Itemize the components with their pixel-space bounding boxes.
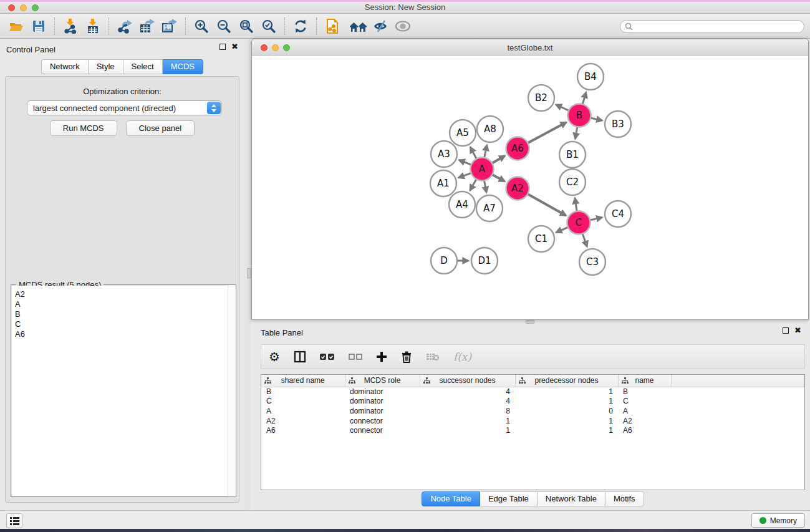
graph-node-A6[interactable]: A6	[506, 137, 529, 160]
table-cell[interactable]: 1	[515, 387, 618, 397]
network-canvas[interactable]: B4B2BB3A8A5A6A3B1AC2A1A2A4A7C4CC1C3DD1	[252, 56, 808, 319]
result-list-item[interactable]: A2	[15, 289, 235, 299]
table-cell[interactable]: A	[261, 406, 345, 416]
refresh-button[interactable]	[289, 16, 312, 37]
table-cell[interactable]: connector	[345, 416, 420, 426]
export-table-button[interactable]	[136, 16, 158, 37]
table-cell[interactable]: A2	[618, 416, 671, 426]
table-cell[interactable]: 1	[515, 397, 618, 407]
graph-node-A7[interactable]: A7	[476, 195, 503, 221]
table-row[interactable]: A2connector11A2	[261, 416, 804, 426]
delete-table-button[interactable]	[426, 348, 440, 365]
graphics-details-button[interactable]	[370, 16, 392, 37]
table-cell[interactable]: C	[261, 397, 345, 407]
float-panel-icon[interactable]	[783, 327, 789, 334]
graph-node-C1[interactable]: C1	[528, 226, 554, 252]
tab-motifs[interactable]: Motifs	[605, 491, 644, 506]
result-list-item[interactable]: C	[15, 319, 235, 329]
close-panel-button[interactable]: Close panel	[126, 120, 195, 136]
graph-node-B3[interactable]: B3	[605, 111, 631, 137]
graph-node-C[interactable]: C	[567, 211, 591, 235]
divider-grip[interactable]	[247, 268, 251, 278]
tab-style[interactable]: Style	[89, 59, 123, 74]
graph-node-C4[interactable]: C4	[605, 201, 631, 227]
criterion-dropdown[interactable]: largest connected component (directed)	[27, 100, 222, 115]
delete-column-button[interactable]	[401, 348, 412, 365]
table-options-button[interactable]: ⚙	[269, 348, 280, 365]
column-header-predecessor-nodes[interactable]: predecessor nodes	[515, 375, 618, 387]
import-table-button[interactable]	[82, 16, 104, 37]
table-cell[interactable]: 1	[420, 416, 515, 426]
network-window-titlebar[interactable]: testGlobe.txt	[252, 39, 808, 56]
table-row[interactable]: Bdominator41B	[261, 387, 804, 397]
table-cell[interactable]: B	[261, 387, 345, 397]
network-graph[interactable]: B4B2BB3A8A5A6A3B1AC2A1A2A4A7C4CC1C3DD1	[252, 56, 808, 320]
table-cell[interactable]: C	[618, 397, 671, 407]
table-cell[interactable]: 0	[515, 406, 618, 416]
show-columns-button[interactable]	[294, 348, 306, 365]
table-cell[interactable]: dominator	[345, 387, 420, 397]
graph-node-C2[interactable]: C2	[559, 169, 586, 195]
import-network-button[interactable]	[59, 16, 82, 37]
open-file-button[interactable]	[5, 16, 27, 37]
graph-node-A2[interactable]: A2	[506, 177, 529, 200]
table-cell[interactable]: A6	[261, 425, 345, 435]
show-hide-panels-button[interactable]	[347, 16, 370, 37]
result-list-item[interactable]: A	[15, 299, 235, 309]
tab-network-table[interactable]: Network Table	[538, 491, 605, 506]
table-cell[interactable]: 1	[515, 416, 618, 426]
export-image-button[interactable]	[158, 16, 181, 37]
zoom-out-button[interactable]	[213, 16, 235, 37]
table-cell[interactable]: A6	[618, 425, 671, 435]
table-cell[interactable]: A	[618, 406, 671, 416]
graph-node-A1[interactable]: A1	[430, 170, 456, 196]
tab-mcds[interactable]: MCDS	[163, 59, 203, 74]
graph-node-B1[interactable]: B1	[559, 142, 586, 168]
graph-node-B2[interactable]: B2	[528, 85, 554, 111]
graph-node-A3[interactable]: A3	[431, 141, 457, 167]
graph-node-A[interactable]: A	[471, 158, 494, 181]
column-header-name[interactable]: name	[618, 375, 671, 387]
show-task-history-button[interactable]	[6, 513, 22, 528]
float-panel-icon[interactable]	[219, 44, 226, 50]
mcds-result-list[interactable]: A2ABCA6	[12, 286, 235, 496]
table-cell[interactable]: B	[618, 387, 671, 397]
result-list-item[interactable]: A6	[15, 329, 235, 339]
table-cell[interactable]: 1	[515, 425, 618, 435]
run-mcds-button[interactable]: Run MCDS	[50, 120, 117, 136]
new-network-from-selection-button[interactable]	[321, 16, 344, 37]
column-header-MCDS-role[interactable]: MCDS role	[345, 375, 420, 387]
tab-node-table[interactable]: Node Table	[422, 491, 480, 506]
table-cell[interactable]: A2	[261, 416, 345, 426]
result-scrollbar[interactable]	[228, 285, 236, 496]
graph-node-A8[interactable]: A8	[477, 116, 503, 142]
tab-select[interactable]: Select	[123, 59, 163, 74]
column-header-shared-name[interactable]: shared name	[261, 375, 345, 387]
result-list-item[interactable]: B	[15, 309, 235, 319]
graph-node-D1[interactable]: D1	[471, 248, 498, 274]
select-all-checks-button[interactable]	[320, 348, 335, 365]
column-header-successor-nodes[interactable]: successor nodes	[420, 375, 515, 387]
add-column-button[interactable]	[376, 348, 387, 365]
save-session-button[interactable]	[27, 16, 50, 37]
graph-node-D[interactable]: D	[431, 248, 457, 274]
graph-node-B4[interactable]: B4	[577, 64, 604, 90]
graph-node-C3[interactable]: C3	[579, 249, 605, 275]
close-panel-icon[interactable]: ✖	[231, 44, 238, 50]
table-cell[interactable]: dominator	[345, 397, 420, 407]
tab-network[interactable]: Network	[41, 59, 89, 74]
zoom-selected-button[interactable]	[258, 16, 280, 37]
birds-eye-view-button[interactable]	[392, 16, 415, 37]
memory-button[interactable]: Memory	[751, 513, 805, 528]
table-cell[interactable]: 8	[420, 406, 515, 416]
close-panel-icon[interactable]: ✖	[794, 327, 801, 334]
tab-edge-table[interactable]: Edge Table	[480, 491, 538, 506]
function-builder-button[interactable]: f(x)	[453, 348, 471, 365]
table-cell[interactable]: 4	[420, 387, 515, 397]
export-network-button[interactable]	[113, 16, 136, 37]
deselect-all-checks-button[interactable]	[349, 348, 362, 365]
zoom-fit-button[interactable]	[235, 16, 258, 37]
table-cell[interactable]: 1	[420, 425, 515, 435]
search-input[interactable]	[635, 22, 804, 31]
zoom-in-button[interactable]	[190, 16, 213, 37]
